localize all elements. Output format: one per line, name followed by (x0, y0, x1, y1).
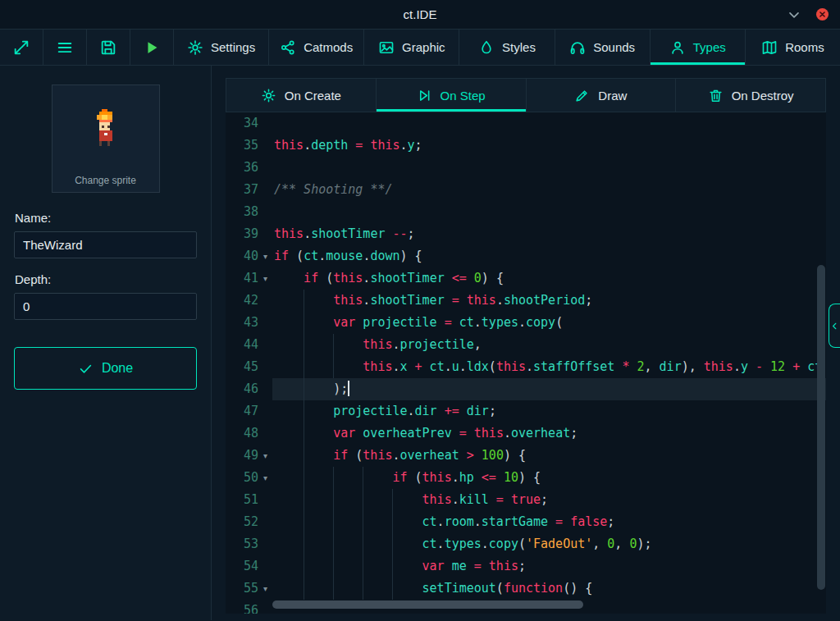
gutter: 34 (226, 112, 272, 135)
gutter: 42 (226, 290, 272, 312)
code-line[interactable]: 49▾if (this.overheat > 100) { (226, 445, 826, 467)
indent-guide (274, 378, 304, 400)
code-text: this.kill = true; (272, 489, 826, 511)
gutter: 45 (226, 356, 272, 378)
code-line[interactable]: 44this.projectile, (226, 334, 826, 356)
line-number: 56 (244, 600, 258, 614)
tab-label: Styles (502, 40, 536, 54)
tab-draw[interactable]: Draw (527, 79, 677, 112)
code-line[interactable]: 43var projectile = ct.types.copy( (226, 312, 826, 334)
save-button[interactable] (87, 30, 130, 65)
done-label: Done (102, 361, 133, 376)
indent-guide (392, 533, 422, 555)
gutter: 51 (226, 489, 272, 511)
code-text (272, 157, 826, 179)
play-button[interactable] (130, 30, 174, 65)
code-line[interactable]: 51this.kill = true; (226, 489, 826, 511)
fold-toggle-icon[interactable]: ▾ (258, 267, 272, 290)
line-number: 34 (244, 112, 258, 135)
line-number: 55 (244, 578, 258, 600)
tab-graphic[interactable]: Graphic (364, 30, 459, 65)
code-line[interactable]: 35this.depth = this.y; (226, 135, 826, 157)
code-text: this.projectile, (272, 334, 826, 356)
indent-guide (333, 356, 363, 378)
fold-toggle-icon[interactable]: ▾ (258, 467, 272, 489)
tab-on-destroy[interactable]: On Destroy (676, 79, 825, 112)
code-line[interactable]: 40▾if (ct.mouse.down) { (226, 245, 826, 267)
code-text: this.x + ct.u.ldx(this.staffOffset * 2, … (272, 356, 826, 378)
indent-guide (304, 555, 333, 578)
code-line[interactable]: 37/** Shooting **/ (226, 179, 826, 201)
code-line[interactable]: 36 (226, 157, 826, 179)
tab-types[interactable]: Types (651, 30, 746, 65)
gutter: 52 (226, 511, 272, 533)
gutter: 55▾ (226, 578, 272, 600)
fold-toggle-icon[interactable]: ▾ (258, 578, 272, 600)
tab-sounds[interactable]: Sounds (555, 30, 651, 65)
gutter: 47 (226, 400, 272, 422)
depth-input[interactable] (14, 293, 197, 320)
code-line[interactable]: 55▾setTimeout(function() { (226, 578, 826, 600)
code-line[interactable]: 53ct.types.copy('FadeOut', 0, 0); (226, 533, 826, 555)
code-line[interactable]: 50▾if (this.hp <= 10) { (226, 467, 826, 489)
code-line[interactable]: 45this.x + ct.u.ldx(this.staffOffset * 2… (226, 356, 826, 378)
indent-guide (392, 489, 422, 511)
indent-guide (304, 312, 333, 334)
line-number: 46 (244, 378, 258, 400)
code-line[interactable]: 38 (226, 201, 826, 223)
change-sprite-button[interactable]: Change sprite (52, 84, 160, 193)
gutter: 36 (226, 157, 272, 179)
indent-guide (274, 400, 304, 422)
indent-guide (274, 445, 304, 467)
code-line[interactable]: 39this.shootTimer --; (226, 223, 826, 245)
sun-icon (261, 88, 276, 103)
tab-styles[interactable]: Styles (459, 30, 555, 65)
catmods-icon (280, 39, 296, 56)
indent-guide (274, 533, 304, 555)
code-line[interactable]: 47projectile.dir += dir; (226, 400, 826, 422)
code-text (272, 112, 826, 135)
code-text: this.shootTimer --; (272, 223, 826, 245)
indent-guide (304, 467, 333, 489)
line-number: 41 (244, 267, 258, 290)
tab-on-step[interactable]: On Step (377, 79, 527, 112)
code-editor-panel: On CreateOn StepDrawOn Destroy 3435this.… (226, 78, 826, 614)
indent-guide (304, 533, 333, 555)
gutter: 40▾ (226, 245, 272, 267)
code-line[interactable]: 41▾if (this.shootTimer <= 0) { (226, 267, 826, 290)
code-line[interactable]: 54var me = this; (226, 555, 826, 578)
tab-label: Settings (211, 40, 255, 54)
gutter: 46 (226, 378, 272, 400)
window-chevron-down-icon[interactable] (786, 7, 802, 23)
vertical-scrollbar[interactable] (817, 265, 825, 590)
code-line[interactable]: 42this.shootTimer = this.shootPeriod; (226, 290, 826, 312)
tab-on-create[interactable]: On Create (226, 79, 377, 112)
tab-label: Catmods (304, 40, 353, 54)
code-line[interactable]: 46); (226, 378, 826, 400)
person-icon (669, 39, 686, 56)
window-close-button[interactable] (815, 7, 830, 22)
panel-collapse-handle[interactable] (829, 304, 840, 348)
code-text: ct.room.startGame = false; (272, 511, 826, 533)
horizontal-scrollbar[interactable] (272, 600, 583, 609)
tab-settings[interactable]: Settings (174, 30, 269, 65)
tab-label: On Step (441, 89, 486, 103)
tab-rooms[interactable]: Rooms (746, 30, 840, 65)
fold-toggle-icon[interactable]: ▾ (258, 445, 272, 467)
code-line[interactable]: 48var overheatPrev = this.overheat; (226, 422, 826, 445)
pencil-icon (574, 88, 590, 103)
indent-guide (274, 467, 304, 489)
code-line[interactable]: 52ct.room.startGame = false; (226, 511, 826, 533)
code-editor[interactable]: 3435this.depth = this.y;3637/** Shooting… (226, 112, 826, 614)
done-button[interactable]: Done (14, 347, 197, 390)
name-input[interactable] (14, 231, 197, 258)
tab-label: Types (693, 40, 726, 54)
expand-button[interactable] (0, 30, 43, 65)
tab-catmods[interactable]: Catmods (269, 30, 364, 65)
line-number: 36 (244, 157, 258, 179)
fold-toggle-icon[interactable]: ▾ (258, 245, 272, 267)
code-line[interactable]: 34 (226, 112, 826, 135)
text-cursor (348, 381, 349, 396)
menu-button[interactable] (43, 30, 87, 65)
code-text: this.depth = this.y; (272, 135, 826, 157)
